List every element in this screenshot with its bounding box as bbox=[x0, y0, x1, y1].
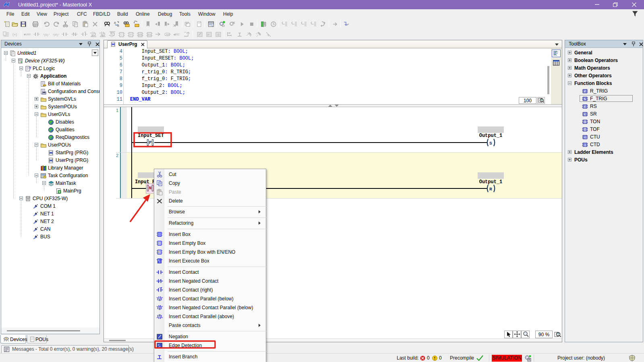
svg-text:?: ? bbox=[130, 33, 132, 37]
svg-text:(S): (S) bbox=[44, 33, 48, 37]
svg-text:x: x bbox=[159, 261, 160, 263]
svg-text:-S: -S bbox=[217, 33, 219, 36]
svg-text:P: P bbox=[207, 33, 209, 36]
svg-text:A: A bbox=[114, 21, 116, 24]
svg-text:P: P bbox=[158, 344, 159, 346]
svg-text:◀RET: ◀RET bbox=[173, 33, 180, 36]
svg-text:(R): (R) bbox=[54, 33, 58, 37]
svg-text:R: R bbox=[489, 187, 492, 192]
svg-text:■VAR: ■VAR bbox=[24, 33, 31, 36]
svg-text:?: ? bbox=[159, 242, 161, 245]
svg-text:JMP: JMP bbox=[166, 33, 170, 36]
svg-text:EN: EN bbox=[139, 33, 143, 36]
svg-text:-1: -1 bbox=[584, 144, 586, 147]
svg-text:+1: +1 bbox=[584, 136, 587, 139]
svg-text:(×): (×) bbox=[12, 33, 17, 37]
svg-text:Ex: Ex bbox=[148, 33, 151, 36]
svg-text:S: S bbox=[489, 141, 492, 146]
